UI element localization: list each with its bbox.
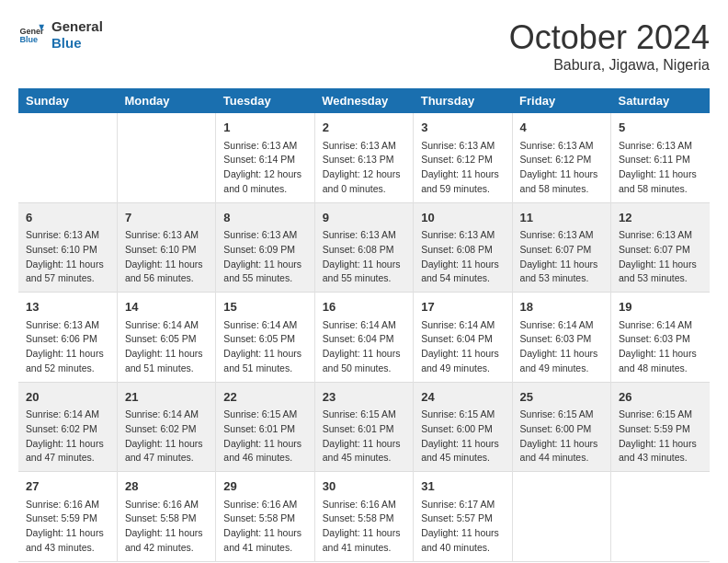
calendar-cell <box>18 113 117 202</box>
logo-icon: General Blue <box>18 22 44 48</box>
day-number: 15 <box>223 298 306 316</box>
day-info: Sunrise: 6:13 AM Sunset: 6:08 PM Dayligh… <box>421 228 504 286</box>
day-number: 3 <box>421 119 504 137</box>
col-header-friday: Friday <box>512 88 610 113</box>
calendar-cell: 27Sunrise: 6:16 AM Sunset: 5:59 PM Dayli… <box>18 472 117 562</box>
day-number: 6 <box>26 209 109 227</box>
calendar-cell: 1Sunrise: 6:13 AM Sunset: 6:14 PM Daylig… <box>216 113 314 202</box>
day-info: Sunrise: 6:13 AM Sunset: 6:10 PM Dayligh… <box>26 228 109 286</box>
location-subtitle: Babura, Jigawa, Nigeria <box>509 57 710 74</box>
calendar-cell: 19Sunrise: 6:14 AM Sunset: 6:03 PM Dayli… <box>611 293 710 383</box>
col-header-saturday: Saturday <box>611 88 710 113</box>
day-info: Sunrise: 6:14 AM Sunset: 6:04 PM Dayligh… <box>323 318 405 376</box>
day-info: Sunrise: 6:15 AM Sunset: 5:59 PM Dayligh… <box>619 408 702 465</box>
month-title: October 2024 <box>509 18 710 57</box>
calendar-cell: 2Sunrise: 6:13 AM Sunset: 6:13 PM Daylig… <box>314 113 413 202</box>
calendar-table: SundayMondayTuesdayWednesdayThursdayFrid… <box>18 88 710 562</box>
calendar-cell: 5Sunrise: 6:13 AM Sunset: 6:11 PM Daylig… <box>611 113 710 202</box>
calendar-cell: 10Sunrise: 6:13 AM Sunset: 6:08 PM Dayli… <box>414 202 512 293</box>
day-info: Sunrise: 6:14 AM Sunset: 6:03 PM Dayligh… <box>619 318 702 376</box>
calendar-cell: 25Sunrise: 6:15 AM Sunset: 6:00 PM Dayli… <box>512 382 610 472</box>
day-number: 9 <box>323 209 405 227</box>
calendar-cell: 3Sunrise: 6:13 AM Sunset: 6:12 PM Daylig… <box>414 113 512 202</box>
day-number: 26 <box>619 388 702 407</box>
calendar-cell: 9Sunrise: 6:13 AM Sunset: 6:08 PM Daylig… <box>314 202 413 293</box>
calendar-cell: 30Sunrise: 6:16 AM Sunset: 5:58 PM Dayli… <box>314 472 413 562</box>
day-number: 4 <box>520 119 603 137</box>
day-info: Sunrise: 6:13 AM Sunset: 6:07 PM Dayligh… <box>520 228 603 286</box>
day-number: 10 <box>421 209 504 227</box>
day-info: Sunrise: 6:13 AM Sunset: 6:08 PM Dayligh… <box>323 228 405 286</box>
calendar-row: 6Sunrise: 6:13 AM Sunset: 6:10 PM Daylig… <box>18 202 710 293</box>
day-number: 11 <box>520 209 603 227</box>
calendar-cell: 29Sunrise: 6:16 AM Sunset: 5:58 PM Dayli… <box>216 472 314 562</box>
calendar-row: 13Sunrise: 6:13 AM Sunset: 6:06 PM Dayli… <box>18 293 710 383</box>
day-info: Sunrise: 6:14 AM Sunset: 6:04 PM Dayligh… <box>421 318 504 376</box>
day-info: Sunrise: 6:16 AM Sunset: 5:58 PM Dayligh… <box>223 498 306 556</box>
calendar-cell <box>611 472 710 562</box>
calendar-cell: 17Sunrise: 6:14 AM Sunset: 6:04 PM Dayli… <box>414 293 512 383</box>
calendar-cell: 23Sunrise: 6:15 AM Sunset: 6:01 PM Dayli… <box>314 382 413 472</box>
col-header-monday: Monday <box>117 88 215 113</box>
calendar-cell: 20Sunrise: 6:14 AM Sunset: 6:02 PM Dayli… <box>18 382 117 472</box>
calendar-cell: 16Sunrise: 6:14 AM Sunset: 6:04 PM Dayli… <box>314 293 413 383</box>
day-info: Sunrise: 6:14 AM Sunset: 6:05 PM Dayligh… <box>223 318 306 376</box>
col-header-tuesday: Tuesday <box>216 88 314 113</box>
day-number: 7 <box>125 209 208 227</box>
calendar-row: 20Sunrise: 6:14 AM Sunset: 6:02 PM Dayli… <box>18 382 710 472</box>
day-number: 25 <box>520 388 603 407</box>
day-number: 20 <box>26 388 109 407</box>
page-header: General Blue General Blue October 2024 B… <box>18 18 710 74</box>
day-info: Sunrise: 6:13 AM Sunset: 6:07 PM Dayligh… <box>619 228 702 286</box>
calendar-cell: 14Sunrise: 6:14 AM Sunset: 6:05 PM Dayli… <box>117 293 215 383</box>
day-info: Sunrise: 6:16 AM Sunset: 5:58 PM Dayligh… <box>323 498 405 556</box>
calendar-cell: 28Sunrise: 6:16 AM Sunset: 5:58 PM Dayli… <box>117 472 215 562</box>
day-number: 17 <box>421 298 504 316</box>
calendar-cell: 22Sunrise: 6:15 AM Sunset: 6:01 PM Dayli… <box>216 382 314 472</box>
day-info: Sunrise: 6:16 AM Sunset: 5:58 PM Dayligh… <box>125 498 208 556</box>
calendar-cell <box>512 472 610 562</box>
day-number: 30 <box>323 477 405 496</box>
day-number: 5 <box>619 119 702 137</box>
col-header-wednesday: Wednesday <box>314 88 413 113</box>
day-number: 23 <box>323 388 405 407</box>
calendar-cell: 12Sunrise: 6:13 AM Sunset: 6:07 PM Dayli… <box>611 202 710 293</box>
calendar-cell: 11Sunrise: 6:13 AM Sunset: 6:07 PM Dayli… <box>512 202 610 293</box>
day-info: Sunrise: 6:16 AM Sunset: 5:59 PM Dayligh… <box>26 498 109 556</box>
calendar-cell: 21Sunrise: 6:14 AM Sunset: 6:02 PM Dayli… <box>117 382 215 472</box>
day-number: 22 <box>223 388 306 407</box>
day-number: 27 <box>26 477 109 496</box>
day-number: 29 <box>223 477 306 496</box>
day-info: Sunrise: 6:13 AM Sunset: 6:12 PM Dayligh… <box>520 139 603 197</box>
day-number: 12 <box>619 209 702 227</box>
calendar-cell: 31Sunrise: 6:17 AM Sunset: 5:57 PM Dayli… <box>414 472 512 562</box>
logo: General Blue General Blue <box>18 18 103 52</box>
day-info: Sunrise: 6:15 AM Sunset: 6:01 PM Dayligh… <box>323 408 405 465</box>
day-info: Sunrise: 6:14 AM Sunset: 6:02 PM Dayligh… <box>125 408 208 465</box>
day-info: Sunrise: 6:13 AM Sunset: 6:12 PM Dayligh… <box>421 139 504 197</box>
svg-text:Blue: Blue <box>19 35 38 44</box>
calendar-cell: 6Sunrise: 6:13 AM Sunset: 6:10 PM Daylig… <box>18 202 117 293</box>
logo-line2: Blue <box>51 35 103 52</box>
calendar-cell <box>117 113 215 202</box>
day-number: 31 <box>421 477 504 496</box>
day-number: 1 <box>223 119 306 137</box>
day-number: 13 <box>26 298 109 316</box>
col-header-sunday: Sunday <box>18 88 117 113</box>
day-info: Sunrise: 6:15 AM Sunset: 6:00 PM Dayligh… <box>421 408 504 465</box>
calendar-row: 27Sunrise: 6:16 AM Sunset: 5:59 PM Dayli… <box>18 472 710 562</box>
day-number: 28 <box>125 477 208 496</box>
day-number: 8 <box>223 209 306 227</box>
day-info: Sunrise: 6:13 AM Sunset: 6:14 PM Dayligh… <box>223 139 306 197</box>
calendar-cell: 13Sunrise: 6:13 AM Sunset: 6:06 PM Dayli… <box>18 293 117 383</box>
day-number: 16 <box>323 298 405 316</box>
calendar-cell: 24Sunrise: 6:15 AM Sunset: 6:00 PM Dayli… <box>414 382 512 472</box>
calendar-cell: 8Sunrise: 6:13 AM Sunset: 6:09 PM Daylig… <box>216 202 314 293</box>
day-info: Sunrise: 6:13 AM Sunset: 6:06 PM Dayligh… <box>26 318 109 376</box>
day-info: Sunrise: 6:13 AM Sunset: 6:09 PM Dayligh… <box>223 228 306 286</box>
calendar-row: 1Sunrise: 6:13 AM Sunset: 6:14 PM Daylig… <box>18 113 710 202</box>
day-info: Sunrise: 6:13 AM Sunset: 6:11 PM Dayligh… <box>619 139 702 197</box>
calendar-cell: 26Sunrise: 6:15 AM Sunset: 5:59 PM Dayli… <box>611 382 710 472</box>
logo-line1: General <box>51 18 103 35</box>
day-info: Sunrise: 6:13 AM Sunset: 6:10 PM Dayligh… <box>125 228 208 286</box>
